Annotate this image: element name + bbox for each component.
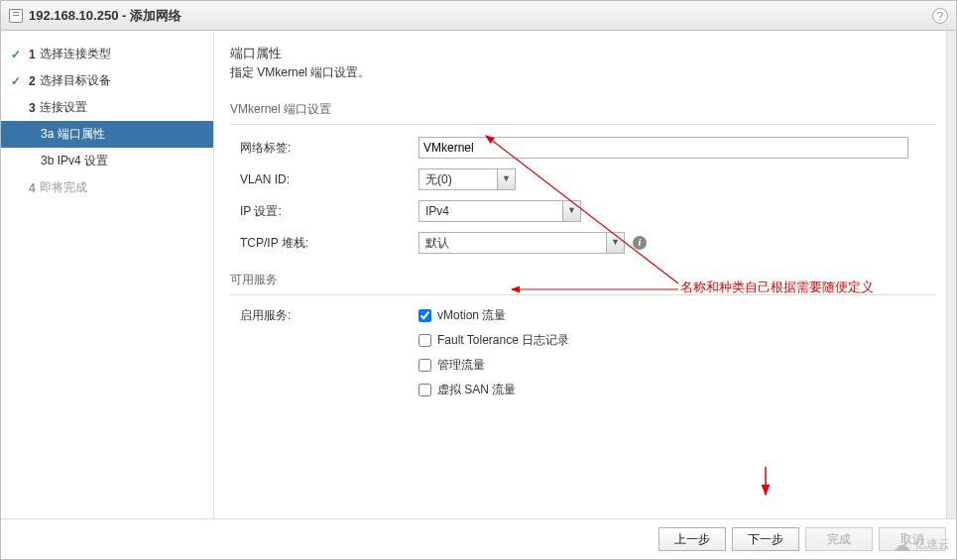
service-ft: Fault Tolerance 日志记录 [419,332,569,349]
next-button[interactable]: 下一步 [732,527,799,551]
select-vlan-value: 无(0) [419,169,497,189]
label-enable-services: 启用服务: [240,307,419,324]
section-title: 端口属性 [230,45,936,62]
host-ip: 192.168.10.250 [29,8,118,23]
select-ip[interactable]: IPv4 ▼ [419,200,581,222]
wizard-step-3[interactable]: 3 连接设置 [1,94,213,121]
label-vlan: VLAN ID: [240,172,419,186]
step-number: 1 [29,48,36,61]
help-icon[interactable]: ? [932,8,948,24]
wizard-substep-3a[interactable]: 3a 端口属性 [1,121,213,148]
label-network: 网络标签: [240,140,419,157]
window-title: 192.168.10.250 - 添加网络 [29,7,181,25]
select-vlan[interactable]: 无(0) ▼ [419,168,516,190]
check-icon [11,181,25,195]
info-icon[interactable]: i [633,236,647,250]
wizard-step-4: 4 即将完成 [1,174,213,201]
row-stack: TCP/IP 堆栈: 默认 ▼ i [240,232,936,254]
step-label: 即将完成 [40,179,87,196]
step-number: 3 [29,101,36,115]
chevron-down-icon: ▼ [606,233,624,253]
row-vlan: VLAN ID: 无(0) ▼ [240,168,936,190]
service-management: 管理流量 [419,357,569,374]
device-icon [9,9,23,23]
step-label: 连接设置 [40,99,87,116]
wizard-step-1[interactable]: ✓ 1 选择连接类型 [1,41,213,67]
step-label: 选择目标设备 [40,72,111,89]
select-stack-value: 默认 [419,233,606,253]
label-stack: TCP/IP 堆栈: [240,235,419,252]
check-icon [11,101,25,115]
label-ip: IP 设置: [240,203,419,220]
substep-label: IPv4 设置 [58,154,108,168]
service-vmotion: vMotion 流量 [419,307,569,324]
section-description: 指定 VMkernel 端口设置。 [230,64,936,81]
substep-code: 3a [41,127,54,141]
checkbox-vsan[interactable] [419,384,431,396]
service-label: 管理流量 [437,357,485,374]
step-number: 4 [29,181,36,195]
select-ip-value: IPv4 [419,201,562,221]
step-label: 选择连接类型 [40,46,111,62]
chevron-down-icon: ▼ [562,201,580,221]
wizard-step-2[interactable]: ✓ 2 选择目标设备 [1,67,213,94]
back-button[interactable]: 上一步 [658,527,726,551]
dialog-footer: 上一步 下一步 完成 取消 [1,518,956,559]
chevron-down-icon: ▼ [497,169,515,189]
watermark: ☁ 亿速云 [893,536,950,553]
dialog-add-network: 192.168.10.250 - 添加网络 ? ✓ 1 选择连接类型 ✓ 2 选… [0,0,957,560]
row-network-label: 网络标签: [240,137,936,159]
service-vsan: 虚拟 SAN 流量 [419,382,569,398]
row-services: 启用服务: vMotion 流量 Fault Tolerance 日志记录 管理… [240,307,936,406]
wizard-sidebar: ✓ 1 选择连接类型 ✓ 2 选择目标设备 3 连接设置 3a 端口属性 3b … [1,31,214,518]
select-stack[interactable]: 默认 ▼ [419,232,625,254]
titlebar: 192.168.10.250 - 添加网络 ? [1,1,956,31]
checkbox-ft[interactable] [419,334,431,347]
service-label: vMotion 流量 [437,307,506,324]
substep-code: 3b [41,154,54,168]
input-network-label[interactable] [419,137,908,159]
group-services: 可用服务 [230,272,936,295]
wizard-substep-3b[interactable]: 3b IPv4 设置 [1,148,213,174]
check-icon: ✓ [11,48,25,61]
checkbox-vmotion[interactable] [419,309,431,322]
row-ip: IP 设置: IPv4 ▼ [240,200,936,222]
scrollbar-vertical[interactable] [946,31,956,518]
cloud-icon: ☁ [893,539,910,551]
service-label: 虚拟 SAN 流量 [437,382,516,398]
service-label: Fault Tolerance 日志记录 [437,332,569,349]
step-number: 2 [29,74,36,88]
finish-button: 完成 [805,527,873,551]
wizard-content: 端口属性 指定 VMkernel 端口设置。 VMkernel 端口设置 网络标… [214,31,956,518]
checkbox-management[interactable] [419,359,431,372]
group-vmkernel: VMkernel 端口设置 [230,101,936,125]
dialog-body: ✓ 1 选择连接类型 ✓ 2 选择目标设备 3 连接设置 3a 端口属性 3b … [1,31,956,518]
check-icon: ✓ [11,74,25,88]
substep-label: 端口属性 [58,127,105,141]
